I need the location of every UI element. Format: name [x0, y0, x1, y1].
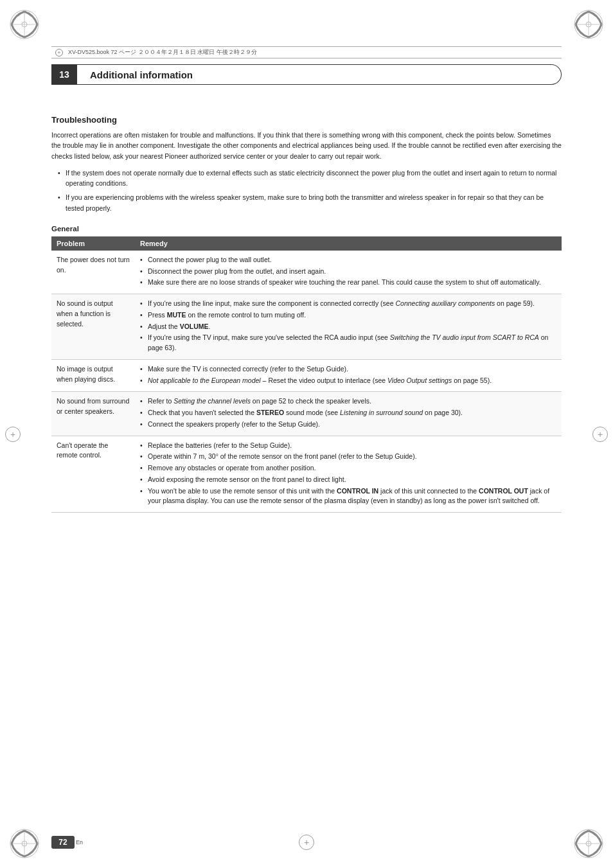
table-row: The power does not turn on.Connect the p…: [51, 251, 562, 294]
corner-decoration-br: [569, 824, 608, 863]
remedy-item: Check that you haven't selected the STER…: [140, 408, 556, 418]
remedy-item: Connect the speakers properly (refer to …: [140, 420, 556, 430]
remedy-item: You won't be able to use the remote sens…: [140, 486, 556, 507]
table-row: No sound is output when a function is se…: [51, 294, 562, 360]
page-lang-label: En: [76, 839, 83, 846]
remedy-item: Operate within 7 m, 30° of the remote se…: [140, 452, 556, 462]
table-cell-remedy: Make sure the TV is connected correctly …: [135, 359, 562, 392]
bottom-center-reg: [299, 835, 314, 850]
main-content: Troubleshooting Incorrect operations are…: [51, 100, 562, 817]
remedy-item: Disconnect the power plug from the outle…: [140, 267, 556, 277]
reg-mark-meta: +: [55, 49, 63, 57]
remedy-item: If you're using the TV input, make sure …: [140, 333, 556, 353]
table-header-row: Problem Remedy: [51, 236, 562, 251]
side-reg-left: [5, 427, 21, 442]
table-row: Can't operate the remote control.Replace…: [51, 436, 562, 513]
general-subtitle: General: [51, 225, 562, 233]
remedy-item: Connect the power plug to the wall outle…: [140, 255, 556, 265]
corner-decoration-tr: [569, 5, 608, 44]
bullet-item-1: If the system does not operate normally …: [58, 168, 562, 189]
remedy-item: Adjust the VOLUME.: [140, 322, 556, 332]
chapter-title: Additional information: [77, 64, 562, 85]
troubleshooting-intro: Incorrect operations are often mistaken …: [51, 130, 562, 161]
remedy-item: Avoid exposing the remote sensor on the …: [140, 475, 556, 485]
chapter-header: 13 Additional information: [51, 64, 562, 85]
table-cell-problem: No sound is output when a function is se…: [51, 294, 135, 360]
remedy-item: Not applicable to the European model – R…: [140, 376, 556, 386]
remedy-item: Remove any obstacles or operate from ano…: [140, 463, 556, 474]
table-row: No image is output when playing discs.Ma…: [51, 359, 562, 392]
remedy-item: Refer to Setting the channel levels on p…: [140, 396, 556, 407]
corner-decoration-bl: [5, 824, 44, 863]
corner-decoration-tl: [5, 5, 44, 44]
remedy-item: If you're using the line input, make sur…: [140, 299, 556, 309]
remedy-item: Make sure there are no loose strands of …: [140, 278, 556, 288]
troubleshooting-title: Troubleshooting: [51, 115, 562, 125]
page-number: 72: [51, 836, 75, 849]
table-cell-problem: No sound from surround or center speaker…: [51, 392, 135, 436]
side-reg-right: [592, 427, 608, 442]
troubleshooting-bullets: If the system does not operate normally …: [58, 168, 562, 213]
page-container: + XV-DV525.book 72 ページ ２００４年２月１８日 水曜日 午後…: [0, 0, 613, 868]
table-cell-problem: Can't operate the remote control.: [51, 436, 135, 513]
table-cell-problem: The power does not turn on.: [51, 251, 135, 294]
table-row: No sound from surround or center speaker…: [51, 392, 562, 436]
remedy-item: Press MUTE on the remote control to turn…: [140, 310, 556, 321]
table-cell-remedy: Connect the power plug to the wall outle…: [135, 251, 562, 294]
bullet-item-2: If you are experiencing problems with th…: [58, 192, 562, 213]
table-cell-remedy: If you're using the line input, make sur…: [135, 294, 562, 360]
col-header-remedy: Remedy: [135, 236, 562, 251]
remedy-item: Replace the batteries (refer to the Setu…: [140, 441, 556, 451]
col-header-problem: Problem: [51, 236, 135, 251]
table-cell-problem: No image is output when playing discs.: [51, 359, 135, 392]
trouble-table: Problem Remedy The power does not turn o…: [51, 236, 562, 513]
table-cell-remedy: Refer to Setting the channel levels on p…: [135, 392, 562, 436]
remedy-item: Make sure the TV is connected correctly …: [140, 364, 556, 375]
top-metadata-bar: + XV-DV525.book 72 ページ ２００４年２月１８日 水曜日 午後…: [51, 46, 562, 58]
top-meta-text: XV-DV525.book 72 ページ ２００４年２月１８日 水曜日 午後２時…: [68, 48, 257, 57]
chapter-number: 13: [51, 64, 77, 85]
table-cell-remedy: Replace the batteries (refer to the Setu…: [135, 436, 562, 513]
